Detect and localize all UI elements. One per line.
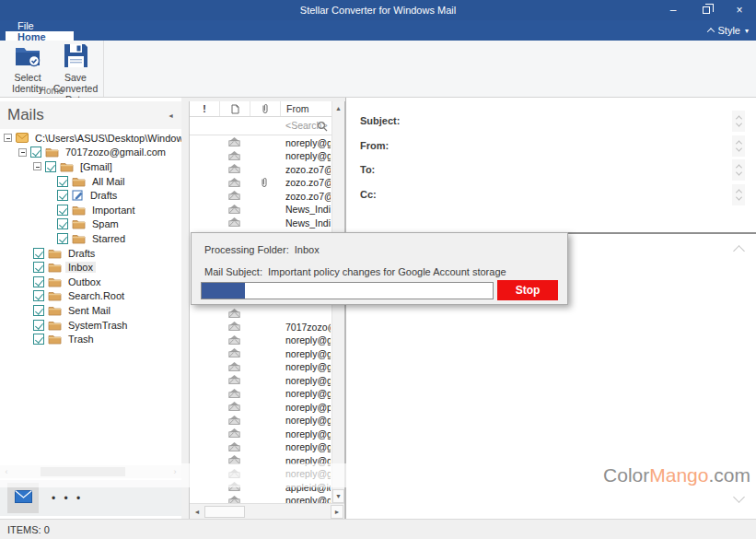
chevron-down-icon[interactable] <box>735 121 741 127</box>
minimize-icon: – <box>670 4 677 17</box>
tree-item-label: SystemTrash <box>65 320 130 331</box>
tree-item[interactable]: Search.Root <box>0 289 181 304</box>
collapse-ribbon-icon[interactable] <box>706 28 714 35</box>
window-title: Stellar Converter for Windows Mail <box>0 0 756 20</box>
envelope-icon <box>228 402 240 411</box>
mail-list-horizontal-scrollbar[interactable]: ◄ ► <box>190 503 344 519</box>
envelope-icon <box>228 164 240 173</box>
overflow-dots-icon[interactable]: • • • <box>52 492 83 505</box>
attachment-column-header[interactable] <box>250 101 281 116</box>
mail-rows: noreply@glasso noreply@glasso <box>190 135 331 503</box>
mail-row[interactable]: noreply@glasso <box>190 414 331 428</box>
search-row[interactable]: <Search> <box>190 117 331 135</box>
chevron-down-icon[interactable] <box>735 145 741 151</box>
mail-row[interactable]: noreply@glasso <box>190 373 331 387</box>
checkbox[interactable] <box>33 290 44 301</box>
tree-item[interactable]: Important <box>0 203 181 217</box>
tree-item[interactable]: Sent Mail <box>0 303 181 318</box>
mail-row[interactable]: noreply@glasso <box>190 360 331 374</box>
draft-icon <box>72 190 84 201</box>
watermark: ColorMango.com <box>0 463 756 487</box>
minimize-button[interactable]: – <box>657 0 690 20</box>
checkbox[interactable] <box>33 305 44 316</box>
item-type-column-header[interactable] <box>220 101 250 116</box>
checkbox[interactable] <box>33 334 44 345</box>
mail-row[interactable]: noreply@glasso <box>190 149 331 163</box>
close-button[interactable]: × <box>723 0 756 20</box>
mail-row[interactable]: News_India@li <box>190 216 331 229</box>
mail-subject-value: Important policy changes for Google Acco… <box>268 266 506 277</box>
panel-collapse-icon[interactable]: ◄ <box>168 112 174 119</box>
from-column-header[interactable]: From <box>281 101 331 116</box>
tree-item[interactable]: Inbox <box>0 260 181 275</box>
mail-row[interactable]: News_India@li <box>190 203 331 217</box>
stop-button[interactable]: Stop <box>497 280 558 300</box>
importance-column-header[interactable]: ! <box>190 101 220 116</box>
field-scrollbar[interactable] <box>732 111 745 132</box>
expander-icon[interactable] <box>18 148 27 157</box>
folder-icon <box>48 262 62 273</box>
chevron-down-icon[interactable] <box>735 193 741 200</box>
tree-item[interactable]: All Mail <box>0 174 181 189</box>
tree-item-label: Drafts <box>65 248 98 259</box>
tree-item[interactable]: 7017zozo@gmail.com <box>0 146 181 160</box>
expander-icon[interactable] <box>33 162 41 170</box>
chevron-down-icon[interactable] <box>733 491 745 503</box>
mail-row[interactable]: noreply@promo <box>190 400 331 414</box>
tree-item[interactable]: Starred <box>0 231 181 246</box>
scroll-up-button[interactable]: ▲ <box>332 101 344 115</box>
mail-row[interactable]: zozo.zo7@iclou <box>190 189 331 203</box>
chevron-up-icon[interactable] <box>733 245 745 257</box>
checkbox[interactable] <box>45 161 56 172</box>
field-scrollbar[interactable] <box>732 184 745 205</box>
envelope-icon <box>228 442 240 451</box>
checkbox[interactable] <box>57 233 68 244</box>
ribbon: Select Identity Save Converted Dat <box>0 41 756 98</box>
mail-row[interactable]: noreply@glasso <box>190 346 331 360</box>
checkbox[interactable] <box>33 248 44 259</box>
checkbox[interactable] <box>33 276 44 287</box>
mail-from: noreply@glasso <box>285 415 331 426</box>
tree-item[interactable]: Outbox <box>0 275 181 289</box>
style-control[interactable]: Style ▾ <box>708 20 749 41</box>
mail-row[interactable]: noreply@glasso <box>190 427 331 440</box>
save-converted-data-button[interactable]: Save Converted Data <box>52 42 99 106</box>
mail-row[interactable]: zozo.zo7@iclou <box>190 176 331 190</box>
scroll-left-button[interactable]: ◄ <box>191 505 204 519</box>
expander-icon[interactable] <box>4 134 12 142</box>
tree-item[interactable]: Spam <box>0 217 181 232</box>
checkbox[interactable] <box>33 262 44 273</box>
mail-subject-line: Mail Subject:Important policy changes fo… <box>204 266 506 277</box>
checkbox[interactable] <box>33 320 44 331</box>
checkbox[interactable] <box>57 205 68 216</box>
mail-row[interactable] <box>190 307 331 321</box>
mail-row[interactable]: zozo.zo7@iclou <box>190 162 331 176</box>
tree-item[interactable]: Trash <box>0 332 181 346</box>
field-scrollbar[interactable] <box>732 159 745 181</box>
menu-tab[interactable]: File <box>6 20 74 31</box>
chevron-down-icon[interactable] <box>735 170 741 176</box>
mail-row[interactable]: noreply@glasso <box>190 135 331 149</box>
tree-item[interactable]: C:\Users\ASUS\Desktop\Windows Mail <box>0 131 181 146</box>
tree-item-label: C:\Users\ASUS\Desktop\Windows Mail <box>32 133 181 144</box>
mail-row[interactable]: noreply@glasso <box>190 494 331 504</box>
tree-item[interactable]: Drafts <box>0 246 181 261</box>
scroll-down-button[interactable]: ▼ <box>332 489 344 503</box>
scrollbar-thumb[interactable] <box>204 506 245 518</box>
field-scrollbar[interactable] <box>732 135 745 157</box>
panel-splitter[interactable] <box>181 98 189 519</box>
select-identity-button[interactable]: Select Identity <box>4 42 52 106</box>
checkbox[interactable] <box>57 176 68 187</box>
tree-item[interactable]: SystemTrash <box>0 318 181 333</box>
scroll-right-button[interactable]: ► <box>331 505 343 519</box>
checkbox[interactable] <box>30 146 41 158</box>
mail-row[interactable]: noreply@glasso <box>190 334 331 347</box>
mail-row[interactable]: noreply@glasso <box>190 440 331 454</box>
tree-item[interactable]: [Gmail] <box>0 159 181 174</box>
checkbox[interactable] <box>57 190 68 201</box>
mail-row[interactable]: 7017zozo@gm <box>190 320 331 334</box>
checkbox[interactable] <box>57 218 68 229</box>
restore-button[interactable] <box>690 0 723 20</box>
mail-row[interactable]: noreply@glasso <box>190 387 331 401</box>
tree-item[interactable]: Drafts <box>0 188 181 203</box>
